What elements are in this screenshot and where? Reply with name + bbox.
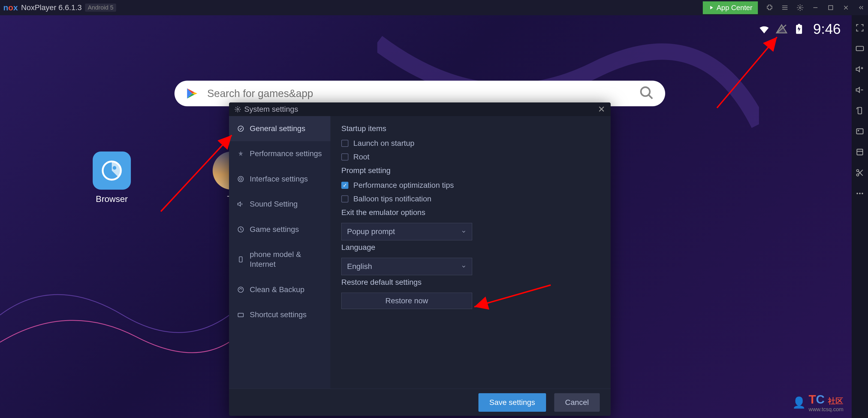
checkbox-unchecked[interactable] [341, 195, 348, 202]
collapse-icon[interactable] [858, 4, 865, 11]
sound-icon [237, 200, 244, 207]
volume-up-icon[interactable] [856, 65, 864, 75]
close-icon[interactable] [842, 4, 849, 11]
sidebar-item-general[interactable]: General settings [229, 116, 331, 141]
battery-charging-icon [793, 23, 805, 35]
settings-sidebar: General settings Performance settings In… [229, 116, 331, 389]
sidebar-item-shortcut[interactable]: Shortcut settings [229, 302, 331, 327]
checkbox-unchecked[interactable] [341, 153, 348, 160]
dialog-close-button[interactable]: ✕ [598, 104, 605, 115]
sidebar-label: Game settings [250, 225, 299, 234]
svg-point-35 [238, 126, 243, 131]
window-titlebar: nox NoxPlayer 6.6.1.3 Android 5 App Cent… [0, 0, 868, 15]
svg-point-30 [641, 87, 650, 96]
sidebar-item-phone[interactable]: phone model & Internet [229, 242, 331, 277]
sidebar-label: Performance settings [250, 149, 322, 159]
sidebar-label: Sound Setting [250, 199, 298, 209]
apk-icon[interactable] [856, 148, 864, 158]
restore-button-label: Restore now [385, 296, 428, 305]
maximize-icon[interactable] [827, 4, 834, 11]
phone-icon [237, 256, 244, 263]
watermark-url: www.tcsq.com [809, 406, 843, 413]
save-button[interactable]: Save settings [478, 393, 546, 412]
minimize-icon[interactable] [812, 4, 819, 11]
restore-button[interactable]: Restore now [341, 293, 472, 309]
clock: 9:46 [813, 21, 841, 37]
signal-muted-icon [776, 23, 787, 35]
dialog-footer: Save settings Cancel [229, 389, 611, 416]
search-input[interactable] [207, 88, 639, 99]
exit-select[interactable]: Popup prompt [341, 223, 472, 240]
svg-rect-5 [829, 5, 833, 9]
android-badge: Android 5 [85, 4, 116, 12]
svg-line-31 [649, 95, 652, 99]
svg-marker-38 [238, 202, 241, 206]
app-browser[interactable]: Browser [93, 152, 131, 204]
language-section-title: Language [341, 243, 600, 252]
svg-point-37 [240, 178, 242, 181]
shortcut-icon [237, 311, 244, 318]
nox-logo: nox [3, 3, 18, 12]
app-title: NoxPlayer 6.6.1.3 [21, 3, 82, 12]
keyboard-icon[interactable] [856, 44, 864, 54]
launch-startup-row[interactable]: Launch on startup [341, 139, 600, 148]
more-icon[interactable] [856, 189, 864, 199]
svg-point-20 [858, 130, 859, 131]
sidebar-label: General settings [250, 124, 305, 133]
sidebar-item-clean[interactable]: Clean & Backup [229, 277, 331, 302]
chevron-down-icon [461, 229, 466, 234]
svg-rect-40 [239, 257, 242, 262]
prompt-section-title: Prompt setting [341, 166, 600, 175]
svg-rect-18 [858, 107, 862, 114]
perf-tips-row[interactable]: Performance optimization tips [341, 181, 600, 190]
sidebar-label: Interface settings [250, 174, 308, 184]
google-play-icon [185, 87, 199, 100]
screenshot-icon[interactable] [856, 127, 864, 137]
cancel-button[interactable]: Cancel [554, 393, 600, 412]
svg-point-29 [862, 193, 863, 194]
system-settings-dialog: System settings ✕ General settings Perfo… [229, 102, 611, 416]
sidebar-item-game[interactable]: Game settings [229, 217, 331, 242]
language-select[interactable]: English [341, 258, 472, 275]
puzzle-icon[interactable] [766, 4, 773, 11]
chevron-down-icon [461, 264, 466, 269]
sidebar-label: Clean & Backup [250, 285, 305, 295]
sidebar-item-interface[interactable]: Interface settings [229, 166, 331, 192]
restore-section-title: Restore default settings [341, 278, 600, 287]
settings-icon[interactable] [797, 4, 804, 11]
android-statusbar: 9:46 [758, 21, 841, 37]
svg-point-33 [113, 166, 116, 169]
svg-point-41 [238, 287, 243, 292]
volume-down-icon[interactable] [856, 86, 864, 95]
watermark-badge: 社区 [828, 397, 843, 405]
exit-section-title: Exit the emulator options [341, 208, 600, 217]
settings-content: Startup items Launch on startup Root Pro… [331, 116, 611, 389]
sidebar-label: phone model & Internet [250, 250, 322, 269]
sidebar-label: Shortcut settings [250, 310, 307, 320]
balloon-tips-row[interactable]: Balloon tips notification [341, 195, 600, 203]
dialog-header: System settings ✕ [229, 102, 611, 116]
sidebar-item-performance[interactable]: Performance settings [229, 141, 331, 166]
search-icon[interactable] [639, 85, 654, 102]
browser-icon [93, 152, 131, 190]
svg-rect-42 [238, 313, 243, 317]
svg-marker-13 [856, 67, 860, 72]
svg-point-27 [857, 193, 858, 194]
app-center-button[interactable]: App Center [703, 1, 758, 14]
cancel-button-label: Cancel [565, 398, 589, 407]
fullscreen-icon[interactable] [856, 24, 864, 33]
app-center-label: App Center [716, 4, 752, 12]
menu-icon[interactable] [781, 4, 788, 11]
svg-point-28 [859, 193, 860, 194]
scissors-icon[interactable] [856, 168, 864, 178]
checkbox-unchecked[interactable] [341, 140, 348, 147]
checkbox-checked[interactable] [341, 182, 348, 189]
svg-point-34 [237, 108, 239, 110]
language-select-value: English [347, 262, 461, 271]
svg-point-3 [799, 7, 801, 9]
sidebar-item-sound[interactable]: Sound Setting [229, 192, 331, 217]
clean-icon [237, 286, 244, 293]
rotate-icon[interactable] [856, 106, 864, 116]
root-row[interactable]: Root [341, 153, 600, 161]
emulator-sidebar [851, 15, 868, 418]
